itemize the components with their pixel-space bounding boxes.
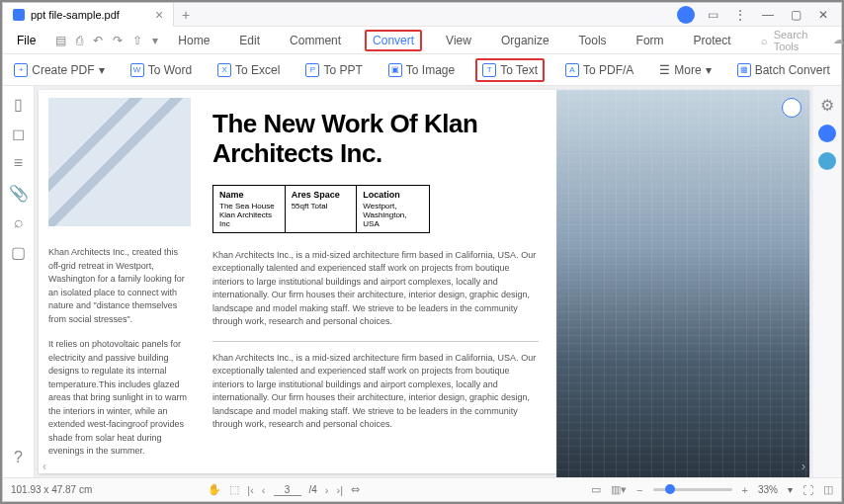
search-input[interactable]: Search Tools (774, 29, 808, 52)
zoom-in-button[interactable]: + (742, 484, 748, 496)
statusbar: 101.93 x 47.87 cm ✋ ⬚ |‹ ‹ 3 /4 › ›| ⇔ ▭… (3, 477, 841, 501)
file-menu[interactable]: File (11, 34, 42, 47)
view-mode-icon[interactable]: ▭ (591, 483, 601, 496)
close-tab-icon[interactable]: × (155, 7, 163, 23)
prev-page-button[interactable]: ‹ (262, 484, 266, 496)
word-icon: W (130, 63, 144, 77)
document-page: Khan Architects Inc., created this off-g… (39, 90, 809, 473)
save-icon[interactable]: ▤ (55, 34, 66, 47)
to-text-button[interactable]: T To Text (475, 58, 545, 82)
page-number-input[interactable]: 3 (274, 484, 301, 496)
ribbon: + Create PDF▾ W To Word X To Excel P To … (3, 54, 841, 86)
user-avatar[interactable] (677, 6, 695, 24)
bookmark-icon[interactable]: ◻ (11, 126, 27, 141)
tab-tools[interactable]: Tools (573, 30, 613, 51)
reading-mode-icon[interactable]: ◫ (823, 483, 833, 496)
fit-width-icon[interactable]: ⇔ (351, 483, 360, 496)
translate-icon[interactable] (818, 152, 836, 170)
layout-icon[interactable]: ▥▾ (611, 483, 627, 496)
kebab-icon[interactable]: ⋮ (730, 5, 750, 25)
maximize-button[interactable]: ▢ (786, 5, 805, 25)
notes-icon[interactable]: ▭ (703, 5, 722, 25)
batch-convert-button[interactable]: ▦ Batch Convert (732, 60, 835, 80)
zoom-percent: 33% (758, 484, 778, 495)
tab-comment[interactable]: Comment (284, 30, 347, 51)
pdf-icon (13, 9, 25, 21)
pdfa-icon: A (565, 63, 579, 77)
tab-form[interactable]: Form (631, 30, 670, 51)
last-page-button[interactable]: ›| (337, 484, 344, 496)
print-icon[interactable]: ⎙ (76, 34, 83, 47)
page-total: /4 (309, 484, 317, 495)
search-icon: ⌕ (761, 35, 768, 46)
create-pdf-button[interactable]: + Create PDF▾ (9, 60, 109, 80)
attachment-icon[interactable]: 📎 (11, 185, 27, 201)
to-excel-button[interactable]: X To Excel (212, 60, 285, 80)
plus-icon: + (14, 63, 28, 77)
building-image-right (556, 90, 809, 477)
first-page-button[interactable]: |‹ (247, 484, 254, 496)
tab-home[interactable]: Home (172, 30, 215, 51)
tab-organize[interactable]: Organize (495, 30, 555, 51)
fit-page-icon[interactable]: ⛶ (802, 484, 813, 496)
tab-view[interactable]: View (440, 30, 477, 51)
ppt-icon: P (305, 63, 319, 77)
menubar: File ▤ ⎙ ↶ ↷ ⇧ ▾ Home Edit Comment Conve… (3, 27, 841, 54)
left-sidebar: ▯ ◻ ≡ 📎 ⌕ ▢ ? (3, 86, 35, 477)
tab-edit[interactable]: Edit (233, 30, 266, 51)
excel-icon: X (217, 63, 231, 77)
thumbnails-icon[interactable]: ▯ (11, 96, 27, 112)
image-icon: ▣ (388, 63, 402, 77)
tab-protect[interactable]: Protect (688, 30, 737, 51)
divider (212, 341, 539, 342)
settings-icon[interactable]: ⚙ (820, 96, 834, 115)
more-icon: ☰ (659, 63, 670, 77)
left-paragraph-1: Khan Architects Inc., created this off-g… (48, 246, 191, 326)
batch-icon: ▦ (737, 63, 751, 77)
to-pdfa-button[interactable]: A To PDF/A (560, 60, 638, 80)
cloud-icon[interactable]: ☁ (833, 34, 844, 46)
zoom-out-button[interactable]: − (636, 484, 642, 496)
hand-tool-icon[interactable]: ✋ (208, 483, 221, 496)
tab-convert[interactable]: Convert (365, 30, 422, 51)
more-button[interactable]: ☰ More▾ (654, 60, 716, 80)
page-dimensions: 101.93 x 47.87 cm (11, 484, 92, 495)
new-tab-button[interactable]: + (174, 7, 198, 23)
info-table: Name The Sea House Klan Architects Inc A… (212, 185, 430, 233)
to-word-button[interactable]: W To Word (126, 60, 197, 80)
next-page-button[interactable]: › (325, 484, 329, 496)
to-image-button[interactable]: ▣ To Image (383, 60, 460, 80)
right-rail: ⚙ (813, 86, 841, 477)
select-tool-icon[interactable]: ⬚ (229, 483, 239, 496)
minimize-button[interactable]: — (758, 5, 778, 25)
titlebar: ppt file-sample.pdf × + ▭ ⋮ — ▢ ✕ (3, 3, 841, 27)
share-icon[interactable]: ⇧ (132, 34, 142, 47)
page-action-badge[interactable] (782, 98, 802, 118)
tab-title: ppt file-sample.pdf (31, 9, 120, 21)
to-ppt-button[interactable]: P To PPT (300, 60, 367, 80)
building-image-left (48, 98, 191, 226)
close-window-button[interactable]: ✕ (813, 5, 833, 25)
document-headline: The New Work Of Klan Architects Inc. (212, 110, 539, 169)
redo-icon[interactable]: ↷ (113, 34, 123, 47)
search-panel-icon[interactable]: ⌕ (11, 214, 27, 230)
zoom-slider[interactable] (653, 488, 732, 491)
undo-icon[interactable]: ↶ (93, 34, 103, 47)
mid-paragraph-1: Khan Architects Inc., is a mid-sized arc… (212, 249, 539, 329)
ai-tool-icon[interactable] (818, 125, 836, 142)
dropdown-icon[interactable]: ▾ (152, 34, 158, 47)
page-viewport: Khan Architects Inc., created this off-g… (35, 86, 813, 477)
text-icon: T (482, 63, 496, 77)
left-paragraph-2: It relies on photovoltaic panels for ele… (48, 338, 191, 459)
mid-paragraph-2: Khan Architects Inc., is a mid-sized arc… (212, 352, 539, 432)
box-icon[interactable]: ▢ (11, 244, 27, 260)
help-icon[interactable]: ? (11, 450, 27, 465)
pager-right-icon[interactable]: › (802, 460, 805, 473)
pager-left-icon[interactable]: ‹ (42, 460, 46, 473)
document-tab[interactable]: ppt file-sample.pdf × (3, 3, 174, 27)
layers-icon[interactable]: ≡ (11, 155, 27, 171)
